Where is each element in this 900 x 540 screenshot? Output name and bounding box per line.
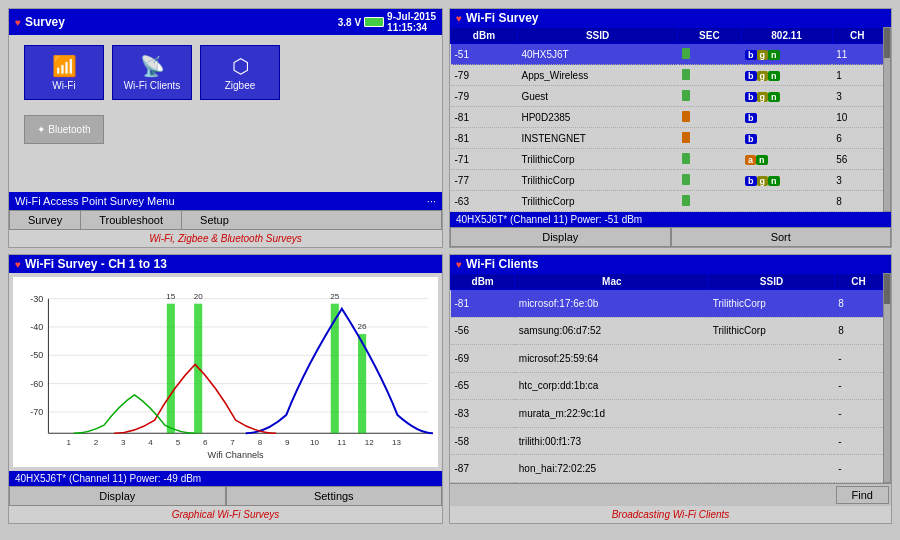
clients-col-ch: CH xyxy=(834,274,882,290)
wifi-survey-header: ♥ Wi-Fi Survey xyxy=(450,9,891,27)
col-80211: 802.11 xyxy=(741,28,832,44)
zigbee-button[interactable]: ⬡ Zigbee xyxy=(200,45,280,100)
badge-b: b xyxy=(745,71,757,81)
graph-display-tab[interactable]: Display xyxy=(9,486,226,506)
wifi-dbm: -63 xyxy=(451,191,518,212)
sec-icon xyxy=(682,111,690,122)
graph-settings-tab[interactable]: Settings xyxy=(226,486,443,506)
client-dbm: -81 xyxy=(451,290,515,318)
svg-text:-50: -50 xyxy=(30,350,43,360)
display-tab[interactable]: Display xyxy=(450,227,671,247)
wifi-ssid: TrilithicCorp xyxy=(517,191,677,212)
clients-heart-icon: ♥ xyxy=(456,259,462,270)
wifi-table-row[interactable]: -63 TrilithicCorp 8 xyxy=(451,191,883,212)
client-dbm: -83 xyxy=(451,400,515,428)
clients-table-row[interactable]: -87 hon_hai:72:02:25 - xyxy=(451,455,883,483)
bluetooth-button[interactable]: ✦ Bluetooth xyxy=(24,115,104,144)
wifi-bottom-tabs: Display Sort xyxy=(450,227,891,247)
wifi-dbm: -51 xyxy=(451,44,518,65)
wifi-button[interactable]: 📶 Wi-Fi xyxy=(24,45,104,100)
client-ch: - xyxy=(834,455,882,483)
wifi-clients-button[interactable]: 📡 Wi-Fi Clients xyxy=(112,45,192,100)
sec-icon xyxy=(682,90,690,101)
svg-text:7: 7 xyxy=(230,438,235,447)
wifi-badges xyxy=(741,191,832,212)
client-ch: - xyxy=(834,400,882,428)
svg-text:-40: -40 xyxy=(30,322,43,332)
col-sec: SEC xyxy=(678,28,741,44)
client-ch: 8 xyxy=(834,317,882,345)
wifi-ch: 3 xyxy=(832,170,882,191)
clients-table-row[interactable]: -65 htc_corp:dd:1b:ca - xyxy=(451,372,883,400)
client-mac: samsung:06:d7:52 xyxy=(515,317,709,345)
zigbee-label: Zigbee xyxy=(225,80,256,91)
clients-table-row[interactable]: -83 murata_m:22:9c:1d - xyxy=(451,400,883,428)
wifi-heart-icon: ♥ xyxy=(456,13,462,24)
wifi-badges: bgn xyxy=(741,86,832,107)
wifi-survey-title: Wi-Fi Survey xyxy=(466,11,539,25)
clients-panel: ♥ Wi-Fi Clients dBm Mac SSID CH xyxy=(449,254,892,524)
client-ch: - xyxy=(834,345,882,373)
wifi-sec xyxy=(678,149,741,170)
wifi-table-row[interactable]: -77 TrilithicCorp bgn 3 xyxy=(451,170,883,191)
badge-n: n xyxy=(768,71,780,81)
badge-b: b xyxy=(745,176,757,186)
badge-b: b xyxy=(745,92,757,102)
wifi-sec xyxy=(678,107,741,128)
graph-header: ♥ Wi-Fi Survey - CH 1 to 13 xyxy=(9,255,442,273)
svg-text:-60: -60 xyxy=(30,379,43,389)
wifi-table-row[interactable]: -51 40HX5J6T bgn 11 xyxy=(451,44,883,65)
troubleshoot-tab[interactable]: Troubleshoot xyxy=(81,211,182,229)
battery-icon xyxy=(364,17,384,27)
wifi-button-label: Wi-Fi xyxy=(52,80,75,91)
wifi-dbm: -81 xyxy=(451,128,518,149)
graph-power-bar: 40HX5J6T* (Channel 11) Power: -49 dBm xyxy=(9,471,442,486)
wifi-ssid: Guest xyxy=(517,86,677,107)
survey-header: ♥ Survey 3.8 V 9-Jul-2015 11:15:34 xyxy=(9,9,442,35)
battery-voltage: 3.8 V xyxy=(338,17,361,28)
client-dbm: -87 xyxy=(451,455,515,483)
clients-table-row[interactable]: -69 microsof:25:59:64 - xyxy=(451,345,883,373)
find-bar: Find xyxy=(450,483,891,506)
wifi-badges: bgn xyxy=(741,65,832,86)
client-dbm: -56 xyxy=(451,317,515,345)
wifi-badges: bgn xyxy=(741,44,832,65)
clients-table-row[interactable]: -81 microsof:17:6e:0b TrilithicCorp 8 xyxy=(451,290,883,318)
wifi-ssid: Apps_Wireless xyxy=(517,65,677,86)
wifi-ch: 6 xyxy=(832,128,882,149)
sec-icon xyxy=(682,48,690,59)
clients-table-row[interactable]: -56 samsung:06:d7:52 TrilithicCorp 8 xyxy=(451,317,883,345)
find-button[interactable]: Find xyxy=(836,486,889,504)
graph-area: -30 -40 -50 -60 -70 1 2 3 4 5 6 7 xyxy=(13,277,438,467)
setup-tab[interactable]: Setup xyxy=(182,211,247,229)
wifi-badges: b xyxy=(741,128,832,149)
wifi-sec xyxy=(678,65,741,86)
badge-a: a xyxy=(745,155,756,165)
wifi-table-row[interactable]: -81 HP0D2385 b 10 xyxy=(451,107,883,128)
sort-tab[interactable]: Sort xyxy=(671,227,892,247)
badge-n: n xyxy=(768,50,780,60)
svg-text:-70: -70 xyxy=(30,407,43,417)
badge-n: n xyxy=(756,155,768,165)
svg-text:26: 26 xyxy=(358,322,367,331)
sec-icon xyxy=(682,174,690,185)
graph-title: Wi-Fi Survey - CH 1 to 13 xyxy=(25,257,167,271)
wifi-table-row[interactable]: -81 INSTENGNET b 6 xyxy=(451,128,883,149)
wifi-table: dBm SSID SEC 802.11 CH -51 40HX5J6T bgn … xyxy=(450,27,883,212)
svg-text:9: 9 xyxy=(285,438,290,447)
menu-tabs: Survey Troubleshoot Setup xyxy=(9,210,442,230)
svg-text:10: 10 xyxy=(310,438,319,447)
clients-table-row[interactable]: -58 trilithi:00:f1:73 - xyxy=(451,427,883,455)
wifi-table-row[interactable]: -79 Guest bgn 3 xyxy=(451,86,883,107)
clients-col-dbm: dBm xyxy=(451,274,515,290)
sec-icon xyxy=(682,132,690,143)
clients-scrollbar[interactable] xyxy=(883,273,891,483)
survey-buttons-area: 📶 Wi-Fi 📡 Wi-Fi Clients ⬡ Zigbee xyxy=(9,35,442,110)
wifi-scrollbar[interactable] xyxy=(883,27,891,212)
wifi-table-row[interactable]: -79 Apps_Wireless bgn 1 xyxy=(451,65,883,86)
survey-tab[interactable]: Survey xyxy=(10,211,81,229)
wifi-ch: 11 xyxy=(832,44,882,65)
svg-text:15: 15 xyxy=(166,292,175,301)
wifi-dbm: -79 xyxy=(451,86,518,107)
wifi-table-row[interactable]: -71 TrilithicCorp an 56 xyxy=(451,149,883,170)
